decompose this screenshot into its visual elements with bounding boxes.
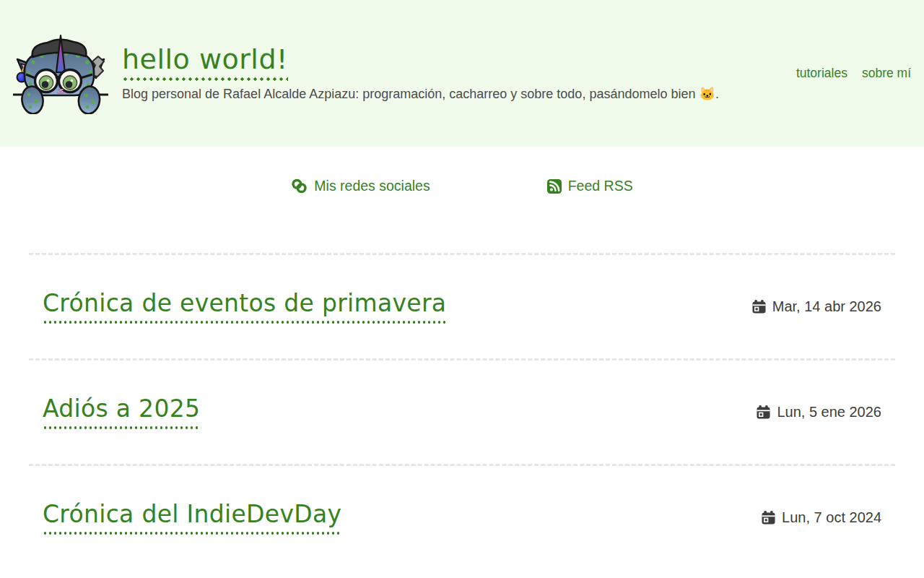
site-subtitle: Blog personal de Rafael Alcalde Azpiazu:… [122, 86, 719, 102]
site-logo-link[interactable] [13, 33, 108, 114]
post-date: Mar, 14 abr 2026 [752, 298, 881, 315]
nav-link-tutoriales[interactable]: tutoriales [796, 66, 847, 81]
post-title-link[interactable]: Crónica de eventos de primavera [43, 290, 446, 324]
rss-feed-link[interactable]: Feed RSS [547, 178, 633, 194]
post-title-link[interactable]: Adiós a 2025 [43, 395, 200, 429]
social-links-label: Mis redes sociales [314, 178, 430, 194]
post-title-link[interactable]: Crónica del IndieDevDay [43, 501, 341, 535]
link-icon [291, 178, 308, 194]
site-title-link[interactable]: hello world! [122, 46, 288, 81]
page: hello world! Blog personal de Rafael Alc… [0, 0, 924, 569]
post-date-text: Lun, 5 ene 2026 [777, 404, 881, 420]
brand-text: hello world! Blog personal de Rafael Alc… [122, 46, 719, 102]
quick-links: Mis redes sociales Feed RSS [0, 178, 924, 194]
main-nav: tutoriales sobre mí [796, 66, 911, 81]
post-item: Adiós a 2025 Lun, 5 ene 2026 [29, 358, 895, 464]
post-item: Crónica del IndieDevDay Lun, 7 oct 2024 [29, 464, 895, 569]
rss-feed-label: Feed RSS [568, 178, 633, 194]
site-title: hello world! [122, 46, 719, 81]
calendar-icon [762, 511, 775, 525]
post-date: Lun, 5 ene 2026 [757, 404, 881, 420]
brand: hello world! Blog personal de Rafael Alc… [13, 33, 719, 114]
calendar-icon [757, 405, 770, 419]
site-header: hello world! Blog personal de Rafael Alc… [0, 0, 924, 147]
post-date-text: Mar, 14 abr 2026 [772, 298, 881, 315]
nav-link-sobre-mi[interactable]: sobre mí [862, 66, 911, 81]
post-list: Crónica de eventos de primavera Mar, 14 … [29, 253, 895, 569]
mascot-logo-icon [13, 33, 108, 114]
post-date-text: Lun, 7 oct 2024 [782, 509, 881, 526]
calendar-icon [752, 300, 766, 314]
social-links-link[interactable]: Mis redes sociales [291, 178, 430, 194]
rss-icon [547, 179, 562, 194]
post-item: Crónica de eventos de primavera Mar, 14 … [29, 253, 895, 358]
post-date: Lun, 7 oct 2024 [762, 509, 881, 526]
